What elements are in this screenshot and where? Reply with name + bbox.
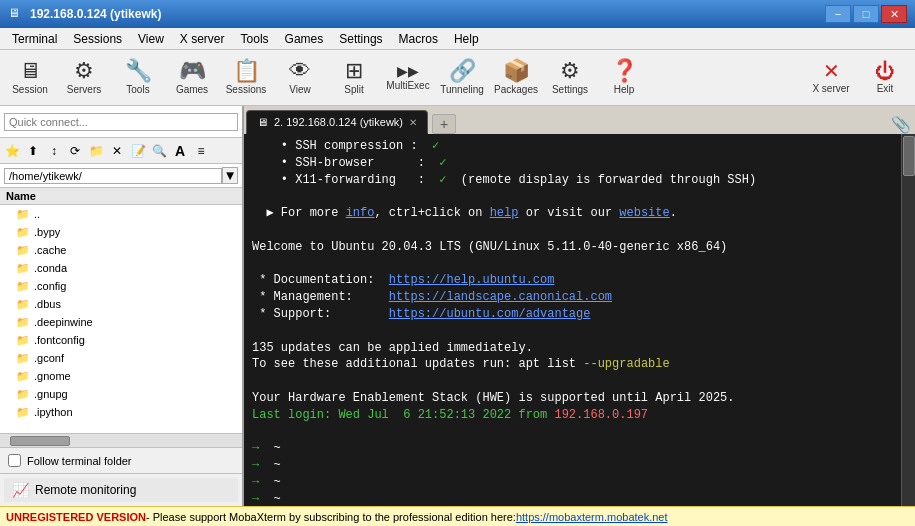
terminal-line: * Management: https://landscape.canonica… (252, 289, 907, 306)
view-icon: 👁 (289, 60, 311, 82)
multiexec-icon: ▶▶ (397, 64, 419, 78)
folder-icon: 📁 (16, 208, 30, 221)
toolbar-session[interactable]: 🖥 Session (4, 52, 56, 104)
minimize-button[interactable]: − (825, 5, 851, 23)
toolbar-servers[interactable]: ⚙ Servers (58, 52, 110, 104)
status-link[interactable]: https://mobaxterm.mobatek.net (516, 511, 668, 523)
remote-monitoring-btn[interactable]: 📈 Remote monitoring (4, 478, 238, 502)
terminal-scroll-thumb[interactable] (903, 136, 915, 176)
scroll-thumb[interactable] (10, 436, 70, 446)
terminal-line: 135 updates can be applied immediately. (252, 340, 907, 357)
title-bar: 🖥 192.168.0.124 (ytikewk) − □ ✕ (0, 0, 915, 28)
path-dropdown-btn[interactable]: ▼ (222, 167, 238, 184)
toolbar-xserver-label: X server (812, 83, 849, 94)
toolbar-tunneling-label: Tunneling (440, 84, 484, 95)
list-item[interactable]: 📁 .fontconfig (0, 331, 242, 349)
fb-extra-btn[interactable]: A (170, 141, 190, 161)
terminal-line: → ~ (252, 457, 907, 474)
session-icon: 🖥 (19, 60, 41, 82)
status-message: - Please support MobaXterm by subscribin… (146, 511, 516, 523)
file-browser-toolbar: ⭐ ⬆ ↕ ⟳ 📁 ✕ 📝 🔍 A ≡ (0, 138, 242, 164)
horizontal-scrollbar[interactable] (0, 433, 242, 447)
follow-folder-label[interactable]: Follow terminal folder (27, 455, 132, 467)
cache-folder-label: .cache (34, 244, 66, 256)
left-panel: ⭐ ⬆ ↕ ⟳ 📁 ✕ 📝 🔍 A ≡ ▼ Name 📁 .. 📁 .by (0, 106, 244, 506)
fb-bookmark-btn[interactable]: ⭐ (2, 141, 22, 161)
sessions-icon: 📋 (233, 60, 260, 82)
list-item[interactable]: 📁 .gnupg (0, 385, 242, 403)
terminal-line: To see these additional updates run: apt… (252, 356, 907, 373)
quick-connect-input[interactable] (4, 113, 238, 131)
fb-newfolder-btn[interactable]: 📁 (86, 141, 106, 161)
list-item[interactable]: 📁 .bypy (0, 223, 242, 241)
toolbar-xserver[interactable]: ✕ X server (805, 52, 857, 104)
list-item[interactable]: 📁 .ipython (0, 403, 242, 421)
list-item[interactable]: 📁 .config (0, 277, 242, 295)
chart-icon: 📈 (12, 482, 29, 498)
tab-add-btn[interactable]: + (432, 114, 456, 134)
follow-folder-checkbox[interactable] (8, 454, 21, 467)
fb-delete-btn[interactable]: ✕ (107, 141, 127, 161)
list-item[interactable]: 📁 .dbus (0, 295, 242, 313)
toolbar-tunneling[interactable]: 🔗 Tunneling (436, 52, 488, 104)
terminal-line (252, 188, 907, 205)
toolbar-tools[interactable]: 🔧 Tools (112, 52, 164, 104)
terminal-line (252, 373, 907, 390)
toolbar-view[interactable]: 👁 View (274, 52, 326, 104)
tab-label: 2. 192.168.0.124 (ytikewk) (274, 116, 403, 128)
list-item[interactable]: 📁 .gnome (0, 367, 242, 385)
folder-icon: 📁 (16, 334, 30, 347)
fb-up-btn[interactable]: ⬆ (23, 141, 43, 161)
toolbar-packages[interactable]: 📦 Packages (490, 52, 542, 104)
menu-games[interactable]: Games (277, 28, 332, 49)
toolbar-sessions-label: Sessions (226, 84, 267, 95)
tab-session[interactable]: 🖥 2. 192.168.0.124 (ytikewk) ✕ (246, 110, 428, 134)
tools-icon: 🔧 (125, 60, 152, 82)
terminal-scrollbar[interactable] (901, 134, 915, 506)
terminal[interactable]: • SSH compression : ✓ • SSH-browser : ✓ … (244, 134, 915, 506)
toolbar-sessions[interactable]: 📋 Sessions (220, 52, 272, 104)
close-button[interactable]: ✕ (881, 5, 907, 23)
list-item[interactable]: 📁 .gconf (0, 349, 242, 367)
toolbar-split-label: Split (344, 84, 363, 95)
fb-extra2-btn[interactable]: ≡ (191, 141, 211, 161)
toolbar-help[interactable]: ❓ Help (598, 52, 650, 104)
toolbar-exit[interactable]: ⏻ Exit (859, 52, 911, 104)
toolbar-split[interactable]: ⊞ Split (328, 52, 380, 104)
fb-sort-btn[interactable]: ↕ (44, 141, 64, 161)
list-item[interactable]: 📁 .. (0, 205, 242, 223)
toolbar-servers-label: Servers (67, 84, 101, 95)
menu-settings[interactable]: Settings (331, 28, 390, 49)
terminal-line: ▶ For more info, ctrl+click on help or v… (252, 205, 907, 222)
file-list-name-header[interactable]: Name (0, 188, 242, 205)
terminal-line: • X11-forwarding : ✓ (remote display is … (252, 172, 907, 189)
tab-close-btn[interactable]: ✕ (409, 117, 417, 128)
games-icon: 🎮 (179, 60, 206, 82)
toolbar-games[interactable]: 🎮 Games (166, 52, 218, 104)
maximize-button[interactable]: □ (853, 5, 879, 23)
path-input[interactable] (4, 168, 222, 184)
menu-terminal[interactable]: Terminal (4, 28, 65, 49)
list-item[interactable]: 📁 .deepinwine (0, 313, 242, 331)
toolbar-multiexec[interactable]: ▶▶ MultiExec (382, 52, 434, 104)
folder-icon: 📁 (16, 298, 30, 311)
menu-macros[interactable]: Macros (391, 28, 446, 49)
right-panel: 🖥 2. 192.168.0.124 (ytikewk) ✕ + 📎 • SSH… (244, 106, 915, 506)
menu-sessions[interactable]: Sessions (65, 28, 130, 49)
help-icon: ❓ (611, 60, 638, 82)
follow-folder-row: Follow terminal folder (0, 448, 242, 474)
toolbar: 🖥 Session ⚙ Servers 🔧 Tools 🎮 Games 📋 Se… (0, 50, 915, 106)
fb-refresh-btn[interactable]: ⟳ (65, 141, 85, 161)
list-item[interactable]: 📁 .conda (0, 259, 242, 277)
folder-icon: 📁 (16, 316, 30, 329)
toolbar-settings[interactable]: ⚙ Settings (544, 52, 596, 104)
fb-edit-btn[interactable]: 📝 (128, 141, 148, 161)
menu-xserver[interactable]: X server (172, 28, 233, 49)
list-item[interactable]: 📁 .cache (0, 241, 242, 259)
menu-view[interactable]: View (130, 28, 172, 49)
servers-icon: ⚙ (74, 60, 94, 82)
fb-search-btn[interactable]: 🔍 (149, 141, 169, 161)
menu-tools[interactable]: Tools (233, 28, 277, 49)
menu-help[interactable]: Help (446, 28, 487, 49)
terminal-line: → ~ (252, 440, 907, 457)
